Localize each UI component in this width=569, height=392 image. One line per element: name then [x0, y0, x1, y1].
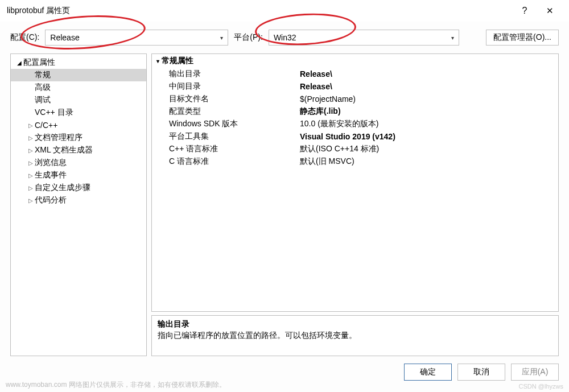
titlebar: libprotobuf 属性页 ? ✕ — [0, 0, 569, 22]
help-button[interactable]: ? — [512, 2, 537, 19]
section-title: 常规属性 — [162, 56, 193, 66]
apply-button[interactable]: 应用(A) — [511, 364, 559, 381]
tree-item[interactable]: 常规 — [11, 69, 146, 81]
property-value[interactable]: 静态库(.lib) — [298, 106, 558, 117]
triangle-right-icon: ▷ — [27, 185, 35, 191]
tree-item-label: 常规 — [35, 70, 51, 80]
tree-item[interactable]: ▷C/C++ — [11, 119, 146, 131]
property-value[interactable]: 默认(旧 MSVC) — [298, 156, 558, 167]
tree-item-label: VC++ 目录 — [35, 108, 73, 118]
tree-item[interactable]: ▷自定义生成步骤 — [11, 181, 146, 194]
platform-combo[interactable]: Win32 ▾ — [269, 30, 459, 46]
window-title: libprotobuf 属性页 — [7, 6, 512, 16]
config-manager-button[interactable]: 配置管理器(O)... — [486, 30, 559, 46]
chevron-down-icon: ▾ — [220, 35, 223, 41]
close-button[interactable]: ✕ — [537, 2, 562, 19]
description-title: 输出目录 — [158, 319, 552, 329]
tree-item-label: 配置属性 — [23, 57, 55, 68]
property-value[interactable]: Release\ — [298, 82, 558, 91]
main-content: ◢配置属性常规高级调试VC++ 目录▷C/C++▷文档管理程序▷XML 文档生成… — [0, 53, 569, 356]
property-name: C++ 语言标准 — [152, 144, 298, 154]
triangle-right-icon: ▷ — [27, 172, 35, 179]
section-header[interactable]: ▾ 常规属性 — [152, 54, 558, 68]
tree-item[interactable]: ▷浏览信息 — [11, 156, 146, 169]
property-name: 平台工具集 — [152, 131, 298, 142]
tree-item[interactable]: ◢配置属性 — [11, 56, 146, 69]
footer: 确定 取消 应用(A) — [0, 356, 569, 383]
triangle-right-icon: ▷ — [27, 147, 35, 154]
cancel-button[interactable]: 取消 — [457, 364, 505, 381]
right-column: ▾ 常规属性 输出目录Release\中间目录Release\目标文件名$(Pr… — [151, 53, 559, 356]
ok-button[interactable]: 确定 — [404, 364, 452, 381]
triangle-right-icon: ▷ — [27, 160, 35, 166]
property-row[interactable]: C++ 语言标准默认(ISO C++14 标准) — [152, 143, 558, 155]
config-combo[interactable]: Release ▾ — [45, 30, 228, 46]
triangle-down-icon: ◢ — [15, 60, 23, 66]
property-row[interactable]: C 语言标准默认(旧 MSVC) — [152, 155, 558, 168]
tree-item[interactable]: 高级 — [11, 81, 146, 94]
config-label: 配置(C): — [10, 32, 39, 43]
description-panel: 输出目录 指向已编译程序的放置位置的路径。可以包括环境变量。 — [151, 315, 559, 356]
property-row[interactable]: 输出目录Release\ — [152, 68, 558, 80]
tree-item[interactable]: ▷代码分析 — [11, 194, 146, 207]
triangle-right-icon: ▷ — [27, 135, 35, 141]
tree-item-label: 自定义生成步骤 — [35, 183, 90, 193]
property-name: Windows SDK 版本 — [152, 119, 298, 129]
tree-item-label: 代码分析 — [35, 195, 67, 205]
tree-item[interactable]: ▷文档管理程序 — [11, 131, 146, 144]
property-row[interactable]: 中间目录Release\ — [152, 80, 558, 93]
collapse-icon: ▾ — [156, 58, 159, 64]
tree-item-label: 浏览信息 — [35, 158, 67, 168]
platform-label: 平台(P): — [234, 32, 263, 43]
property-value[interactable]: Release\ — [298, 69, 558, 79]
property-grid[interactable]: ▾ 常规属性 输出目录Release\中间目录Release\目标文件名$(Pr… — [151, 53, 559, 312]
tree-item-label: XML 文档生成器 — [35, 145, 93, 155]
property-row[interactable]: 目标文件名$(ProjectName) — [152, 93, 558, 105]
property-name: 中间目录 — [152, 81, 298, 92]
property-row[interactable]: Windows SDK 版本10.0 (最新安装的版本) — [152, 118, 558, 130]
property-value[interactable]: 10.0 (最新安装的版本) — [298, 119, 558, 129]
tree-item-label: C/C++ — [35, 121, 57, 130]
property-value[interactable]: 默认(ISO C++14 标准) — [298, 144, 558, 154]
nav-tree[interactable]: ◢配置属性常规高级调试VC++ 目录▷C/C++▷文档管理程序▷XML 文档生成… — [10, 53, 147, 356]
tree-item-label: 文档管理程序 — [35, 133, 83, 143]
toolbar: 配置(C): Release ▾ 平台(P): Win32 ▾ 配置管理器(O)… — [0, 22, 569, 53]
chevron-down-icon: ▾ — [451, 35, 454, 41]
description-body: 指向已编译程序的放置位置的路径。可以包括环境变量。 — [158, 331, 552, 341]
property-name: 输出目录 — [152, 69, 298, 79]
tree-item-label: 生成事件 — [35, 170, 67, 180]
property-name: 目标文件名 — [152, 94, 298, 104]
platform-value: Win32 — [274, 33, 296, 42]
property-name: 配置类型 — [152, 106, 298, 117]
tree-item[interactable]: 调试 — [11, 94, 146, 106]
property-row[interactable]: 平台工具集Visual Studio 2019 (v142) — [152, 130, 558, 143]
config-value: Release — [50, 33, 79, 42]
tree-item[interactable]: ▷XML 文档生成器 — [11, 144, 146, 156]
triangle-right-icon: ▷ — [27, 122, 35, 129]
property-row[interactable]: 配置类型静态库(.lib) — [152, 105, 558, 118]
tree-item-label: 调试 — [35, 95, 51, 105]
triangle-right-icon: ▷ — [27, 197, 35, 204]
property-name: C 语言标准 — [152, 156, 298, 167]
tree-item-label: 高级 — [35, 82, 51, 93]
tree-item[interactable]: ▷生成事件 — [11, 169, 146, 181]
property-value[interactable]: Visual Studio 2019 (v142) — [298, 132, 558, 141]
watermark-left: www.toymoban.com 网络图片仅供展示，非存储，如有侵权请联系删除。 — [6, 380, 226, 390]
watermark-right: CSDN @lhyzws — [519, 383, 563, 390]
tree-item[interactable]: VC++ 目录 — [11, 106, 146, 119]
property-value[interactable]: $(ProjectName) — [298, 94, 558, 104]
